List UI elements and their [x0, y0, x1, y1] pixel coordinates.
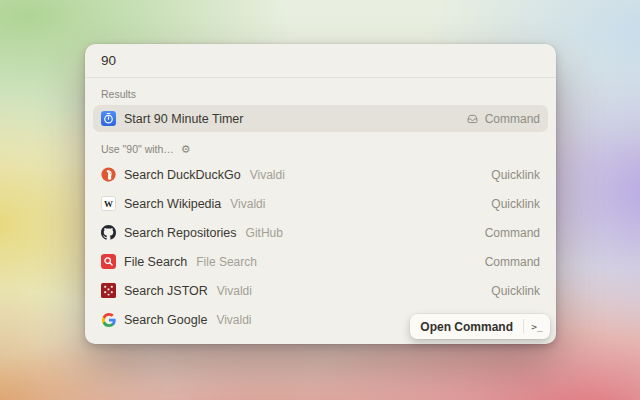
jstor-icon — [101, 283, 116, 298]
list-item[interactable]: Start 90 Minute Timer Command — [93, 105, 548, 132]
item-type-label: Quicklink — [491, 168, 540, 182]
timer-icon — [101, 111, 116, 126]
launcher-window: 90 Results Start 90 Minute Timer Command… — [85, 44, 556, 344]
svg-text:W: W — [104, 199, 113, 209]
item-subtitle: Vivaldi — [250, 168, 285, 182]
item-type-label: Command — [485, 255, 540, 269]
item-accessory: Command — [466, 112, 540, 126]
section-header-label: Use "90" with… — [101, 143, 174, 155]
item-title: File Search — [124, 255, 187, 269]
item-type-label: Command — [485, 112, 540, 126]
item-subtitle: Vivaldi — [216, 313, 251, 327]
section-header-label: Results — [101, 88, 136, 100]
item-title: Search Wikipedia — [124, 197, 221, 211]
open-command-label: Open Command — [410, 320, 523, 334]
item-subtitle: GitHub — [246, 226, 283, 240]
item-subtitle: File Search — [196, 255, 257, 269]
item-type-label: Quicklink — [491, 284, 540, 298]
item-subtitle: Vivaldi — [217, 284, 252, 298]
duckduckgo-icon — [101, 167, 116, 182]
item-accessory: Command — [485, 226, 540, 240]
github-icon — [101, 225, 116, 240]
search-input[interactable]: 90 — [85, 44, 556, 78]
list-item[interactable]: Search JSTOR Vivaldi Quicklink — [93, 276, 548, 305]
list-item[interactable]: Search DuckDuckGo Vivaldi Quicklink — [93, 160, 548, 189]
item-accessory: Quicklink — [491, 284, 540, 298]
item-type-label: Quicklink — [491, 197, 540, 211]
item-title: Start 90 Minute Timer — [124, 112, 244, 126]
item-title: Search DuckDuckGo — [124, 168, 241, 182]
list-item[interactable]: File Search File Search Command — [93, 247, 548, 276]
section-header: Use "90" with…⚙︎ — [85, 134, 556, 160]
item-subtitle: Vivaldi — [230, 197, 265, 211]
item-accessory: Quicklink — [491, 168, 540, 182]
item-type-label: Command — [485, 226, 540, 240]
gear-icon[interactable]: ⚙︎ — [181, 144, 191, 155]
list-item[interactable]: W Search Wikipedia Vivaldi Quicklink — [93, 189, 548, 218]
item-title: Search Google — [124, 313, 207, 327]
tray-icon — [466, 112, 479, 125]
file-search-icon — [101, 254, 116, 269]
item-accessory: Quicklink — [491, 197, 540, 211]
google-icon — [101, 312, 116, 327]
wikipedia-icon: W — [101, 196, 116, 211]
item-title: Search Repositories — [124, 226, 237, 240]
list-item[interactable]: Search Repositories GitHub Command — [93, 218, 548, 247]
search-query-text: 90 — [101, 53, 116, 68]
item-title: Search JSTOR — [124, 284, 208, 298]
section-header: Results — [85, 79, 556, 105]
enter-key-icon: >_ — [524, 321, 550, 332]
open-command-button[interactable]: Open Command >_ — [410, 314, 550, 339]
results-list: Results Start 90 Minute Timer Command Us… — [85, 79, 556, 344]
item-accessory: Command — [485, 255, 540, 269]
